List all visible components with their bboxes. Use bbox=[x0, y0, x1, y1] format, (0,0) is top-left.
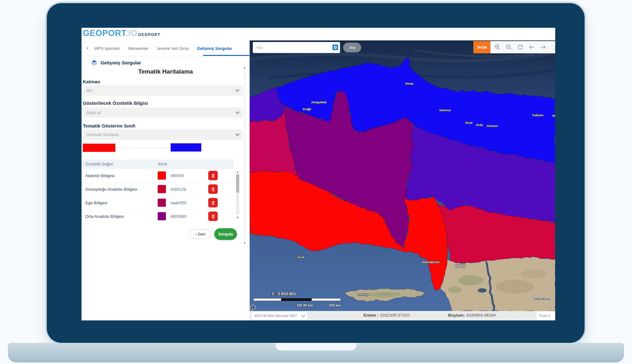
gosterim-sinifi-select[interactable]: Otomatik Sınıflama bbox=[83, 129, 243, 140]
attribute-value: Akdeniz Bölgesi bbox=[85, 173, 115, 178]
attribute-value: Ege Bölgesi bbox=[85, 200, 107, 205]
map-label: Ordu bbox=[476, 123, 483, 127]
ara-button[interactable]: Ara bbox=[343, 43, 361, 52]
section-title: Gelişmiş Sorgular bbox=[100, 60, 141, 65]
laptop-base bbox=[8, 343, 624, 362]
table-row: Güneydoğu Anadolu Bölgesi#cb012b bbox=[83, 182, 234, 196]
katman-label: Katman bbox=[83, 79, 100, 84]
zoom-out-icon[interactable] bbox=[505, 44, 513, 51]
map-label: Ereğli bbox=[303, 107, 311, 111]
trash-icon bbox=[210, 187, 216, 192]
left-panel: ‹ WPS İşlemleriMetaverilerJenerik Veri G… bbox=[82, 40, 250, 320]
delete-row-button[interactable] bbox=[208, 171, 218, 180]
map-label: Ünye bbox=[465, 121, 472, 124]
gradient-divider bbox=[115, 147, 171, 148]
projection-select[interactable]: WGS 84 Web Mercator-3857 bbox=[252, 312, 307, 319]
laptop-notch bbox=[276, 343, 356, 350]
delete-row-button[interactable] bbox=[208, 212, 218, 221]
layers-icon bbox=[91, 59, 97, 66]
trash-icon bbox=[210, 214, 216, 219]
delete-row-button[interactable] bbox=[208, 198, 218, 207]
delete-row-button[interactable] bbox=[208, 184, 218, 194]
app-header: GEOPORT.IO GEOPORT bbox=[82, 28, 555, 40]
trash-icon bbox=[210, 173, 216, 178]
scroll-up-icon[interactable]: ▲ bbox=[236, 170, 240, 173]
tab-jenerik-veri-giri-i[interactable]: Jenerik Veri Girişi bbox=[157, 46, 189, 51]
map-label: Halep bbox=[455, 264, 466, 268]
zoom-in-icon[interactable] bbox=[494, 44, 501, 51]
map-label: Lefkoşa bbox=[358, 293, 369, 296]
map-toolbar bbox=[490, 41, 555, 53]
scroll-down-icon[interactable]: ▼ bbox=[236, 216, 240, 219]
table-scrollbar[interactable]: ▲ ▼ bbox=[236, 170, 240, 219]
map-label: Giresun bbox=[487, 124, 498, 128]
attribute-value: Orta Anadolu Bölgesi bbox=[85, 214, 124, 219]
laptop-bezel: GEOPORT.IO GEOPORT ‹ WPS İşlemleriMetave… bbox=[47, 3, 585, 343]
scale-label-end: 200 km bbox=[329, 303, 341, 307]
row-color-swatch[interactable] bbox=[158, 212, 166, 220]
table-header: Öznitelik Değeri Renk bbox=[83, 159, 234, 169]
section-heading: Gelişmiş Sorgular bbox=[91, 59, 141, 66]
chevron-down-icon bbox=[235, 88, 240, 92]
panel-scroll-up-icon[interactable]: ▲ bbox=[242, 66, 247, 69]
row-color-hex: #aa0055 bbox=[170, 200, 186, 205]
map-label: Samsun bbox=[439, 108, 451, 112]
tkgm-button[interactable]: TKGM bbox=[473, 41, 490, 53]
row-color-swatch[interactable] bbox=[158, 171, 166, 180]
map-label: Trabzon bbox=[532, 113, 544, 117]
katman-select[interactable]: iller bbox=[83, 85, 243, 96]
panel-scrollbar-track[interactable] bbox=[244, 70, 245, 242]
attribute-color-table: Öznitelik Değeri Renk Akdeniz Bölgesi#ff… bbox=[83, 159, 241, 221]
gosterim-sinifi-label: Tematik Gösterim Sınıfı bbox=[83, 123, 135, 128]
tab-metaveriler[interactable]: Metaveriler bbox=[128, 46, 149, 51]
search-input[interactable] bbox=[253, 42, 340, 53]
gradient-start-color[interactable] bbox=[83, 144, 115, 152]
table-row: Orta Anadolu Bölgesi#800080 bbox=[83, 210, 234, 221]
oznitelik-label: Gösterilecek Öznitelik Bilgisi bbox=[83, 100, 148, 106]
tab-wps-i-lemleri[interactable]: WPS İşlemleri bbox=[94, 46, 120, 51]
collapse-panel-icon[interactable]: ‹ bbox=[87, 45, 88, 51]
trash-icon bbox=[210, 200, 216, 206]
gradient-end-color[interactable] bbox=[171, 143, 201, 152]
table-row: Ege Bölgesi#aa0055 bbox=[83, 196, 234, 210]
pan-left-icon[interactable] bbox=[528, 44, 535, 51]
geri-button[interactable]: ‹ Geri bbox=[190, 230, 211, 239]
active-tab-underline bbox=[203, 55, 249, 56]
chevron-down-icon bbox=[235, 110, 240, 114]
map-canvas[interactable]: ZonguldakEreğliSinopSamsunÜnyeOrduGiresu… bbox=[250, 40, 555, 311]
scrollbar-thumb[interactable] bbox=[236, 175, 239, 193]
screenshot-stage: GEOPORT.IO GEOPORT ‹ WPS İşlemleriMetave… bbox=[0, 0, 632, 364]
row-color-hex: #cb012b bbox=[170, 187, 186, 192]
map-label: Sinop bbox=[405, 82, 414, 85]
map-label: Zonguldak bbox=[311, 100, 327, 104]
latitude-readout: Enlem : 3332305.57320 bbox=[363, 313, 410, 318]
geoport-wordmark: GEOPORT bbox=[138, 33, 161, 37]
table-row: Akdeniz Bölgesi#ff0000 bbox=[83, 169, 234, 182]
scale-label-mid: 100.00 km bbox=[296, 303, 313, 307]
download-icon[interactable] bbox=[553, 44, 555, 51]
map-label: Rize bbox=[552, 114, 555, 117]
map-label: İskenderun bbox=[422, 260, 440, 264]
page-title: Tematik Haritalama bbox=[82, 68, 250, 75]
pan-right-icon[interactable] bbox=[539, 44, 547, 51]
map-label: Serik bbox=[297, 255, 305, 259]
chevron-down-icon bbox=[301, 313, 305, 317]
sorgula-button[interactable]: Sorgula bbox=[214, 228, 237, 240]
oznitelik-select[interactable]: bolge.ad bbox=[83, 107, 243, 118]
row-color-swatch[interactable] bbox=[158, 185, 166, 193]
tab-bar: ‹ WPS İşlemleriMetaverilerJenerik Veri G… bbox=[82, 40, 250, 56]
olcek-box: Ölçek S bbox=[537, 312, 555, 320]
longitude-readout: Boylam: 4195903.46284 bbox=[448, 313, 496, 318]
tab-geli-mi-sorgular[interactable]: Gelişmiş Sorgular bbox=[197, 46, 232, 51]
scale-ratio: 1 : 3.933.601 bbox=[272, 291, 296, 296]
row-color-hex: #800080 bbox=[170, 214, 186, 219]
panel-scroll-down-icon[interactable]: ▼ bbox=[242, 242, 247, 245]
row-color-swatch[interactable] bbox=[158, 199, 166, 207]
svg-text:i: i bbox=[252, 306, 253, 309]
attribute-value: Güneydoğu Anadolu Bölgesi bbox=[85, 187, 137, 192]
map-svg: ZonguldakEreğliSinopSamsunÜnyeOrduGiresu… bbox=[250, 40, 555, 311]
search-action-icon[interactable] bbox=[332, 45, 338, 50]
row-color-hex: #ff0000 bbox=[170, 173, 184, 178]
geoport-logo: GEOPORT.IO bbox=[83, 28, 137, 38]
zoom-extent-icon[interactable] bbox=[517, 44, 524, 51]
